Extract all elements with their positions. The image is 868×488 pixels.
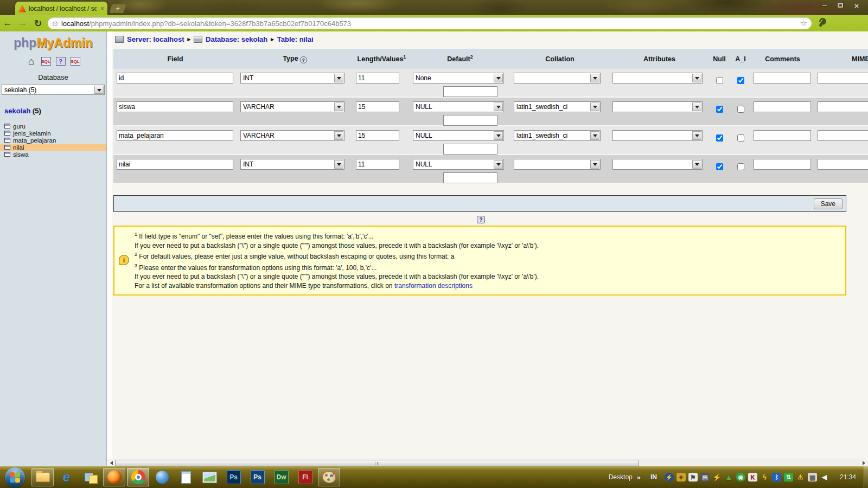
taskbar-flash[interactable]: Fl [294, 468, 316, 486]
forward-button[interactable]: → [15, 18, 30, 29]
footnote-help-icon[interactable]: ? [477, 216, 485, 223]
taskbar-notepad[interactable] [175, 468, 197, 486]
dropdown-arrow-icon[interactable] [334, 131, 343, 140]
type-help-icon[interactable]: ? [300, 56, 307, 63]
dropdown-arrow-icon[interactable] [94, 86, 104, 94]
sidebar-table-guru[interactable]: guru [0, 123, 106, 130]
dropdown-arrow-icon[interactable] [334, 160, 343, 169]
mime-input[interactable] [818, 101, 868, 112]
close-button[interactable]: × [848, 0, 865, 11]
attributes-select[interactable] [612, 73, 703, 84]
network-warning-icon[interactable]: ⚠ [796, 473, 805, 481]
minimize-button[interactable] [816, 0, 832, 11]
mime-input[interactable] [818, 130, 868, 141]
taskbar-photoshop-2[interactable]: Ps [246, 468, 269, 486]
tab-close-icon[interactable]: × [100, 5, 104, 12]
attributes-select[interactable] [612, 101, 703, 112]
collation-select[interactable] [514, 159, 601, 170]
auto-increment-checkbox[interactable] [737, 163, 744, 170]
breadcrumb-table-link[interactable]: Table: nilai [277, 35, 314, 43]
taskbar-paint-app[interactable] [318, 468, 340, 486]
default-value-input[interactable] [443, 144, 497, 155]
horizontal-scrollbar[interactable] [107, 459, 868, 466]
clipboard-icon[interactable]: ▣ [808, 473, 817, 481]
dropdown-arrow-icon[interactable] [494, 131, 503, 140]
type-select[interactable]: INT [240, 159, 344, 170]
tuneup-icon[interactable]: ✦ [676, 473, 686, 481]
default-value-input[interactable] [443, 172, 497, 183]
restore-button[interactable] [832, 0, 848, 11]
length-input[interactable] [356, 159, 399, 170]
dropdown-arrow-icon[interactable] [692, 74, 701, 82]
amd-gaming-icon[interactable]: ⚡ [665, 473, 674, 481]
idm-icon[interactable]: ◉ [736, 473, 745, 481]
show-desktop-button[interactable] [864, 466, 868, 488]
new-tab-button[interactable]: + [109, 4, 126, 13]
dropdown-arrow-icon[interactable] [692, 102, 701, 111]
length-input[interactable] [356, 101, 399, 112]
breadcrumb-server-link[interactable]: Server: localhost [127, 35, 184, 43]
query-window-icon[interactable]: SQL [71, 57, 80, 66]
field-name-input[interactable] [117, 159, 233, 170]
nvidia-icon[interactable]: ▲ [724, 473, 733, 481]
collation-select[interactable]: latin1_swedish_ci [514, 130, 601, 141]
kaspersky-icon[interactable]: K [748, 473, 757, 481]
taskbar-dreamweaver[interactable]: Dw [270, 468, 292, 486]
settings-wrench-icon[interactable] [816, 17, 828, 29]
field-name-input[interactable] [117, 101, 233, 112]
dropdown-arrow-icon[interactable] [590, 131, 599, 140]
sidebar-table-mata-pelajaran[interactable]: mata_pelajaran [0, 137, 106, 144]
taskbar-internet-explorer[interactable]: e [55, 468, 78, 486]
taskbar-firefox[interactable] [103, 468, 125, 486]
comments-input[interactable] [754, 73, 811, 84]
dropdown-arrow-icon[interactable] [494, 102, 503, 111]
default-select[interactable]: NULL [413, 101, 504, 112]
docs-help-icon[interactable]: ? [56, 57, 66, 66]
sidebar-table-siswa[interactable]: siswa [0, 151, 106, 158]
database-select[interactable]: sekolah (5) [2, 85, 105, 95]
bluetooth-icon[interactable]: ᛒ [772, 473, 781, 481]
default-select[interactable]: None [413, 73, 504, 84]
sidebar-table-jenis-kelamin[interactable]: jenis_kelamin [0, 130, 106, 137]
taskbar-explorer[interactable] [31, 468, 54, 486]
type-select[interactable]: VARCHAR [240, 101, 344, 112]
boost-icon[interactable]: ϟ [760, 473, 769, 481]
taskbar-browser-globe[interactable] [151, 468, 173, 486]
transformation-descriptions-link[interactable]: transformation descriptions [394, 282, 473, 290]
length-input[interactable] [356, 130, 399, 141]
length-input[interactable] [356, 73, 399, 84]
home-icon[interactable]: ⌂ [27, 57, 36, 66]
null-checkbox[interactable] [716, 77, 723, 84]
url-bar[interactable]: ⊙ localhost /phpmyadmin/index.php?db=sek… [48, 17, 812, 29]
comments-input[interactable] [754, 130, 811, 141]
current-database-link[interactable]: sekolah (5) [4, 107, 106, 115]
auto-increment-checkbox[interactable] [737, 134, 744, 142]
attributes-select[interactable] [612, 130, 703, 141]
save-button[interactable]: Save [814, 198, 843, 209]
messenger-bolt-icon[interactable]: ⚡ [712, 473, 722, 481]
auto-increment-checkbox[interactable] [737, 106, 744, 113]
scroll-left-arrow[interactable] [107, 459, 116, 467]
default-select[interactable]: NULL [413, 159, 504, 170]
taskbar-chrome-active[interactable] [127, 468, 149, 486]
dropdown-arrow-icon[interactable] [494, 74, 503, 82]
toolbar-overflow-chevron[interactable]: » [637, 473, 641, 481]
dropdown-arrow-icon[interactable] [692, 160, 701, 169]
dropdown-arrow-icon[interactable] [590, 102, 599, 111]
dropdown-arrow-icon[interactable] [494, 160, 503, 169]
taskbar-clock[interactable]: 21:34 [840, 473, 856, 481]
default-value-input[interactable] [443, 115, 497, 126]
null-checkbox[interactable] [716, 134, 723, 142]
volume-icon[interactable]: ◀ [820, 473, 829, 481]
taskbar-photo-viewer[interactable] [199, 468, 221, 486]
attributes-select[interactable] [612, 159, 703, 170]
sidebar-table-nilai-selected[interactable]: nilai [0, 144, 106, 151]
sql-window-icon[interactable]: SQL [41, 57, 51, 66]
comments-input[interactable] [754, 159, 811, 170]
scroll-right-arrow[interactable] [860, 459, 868, 467]
null-checkbox[interactable] [716, 163, 723, 170]
collation-select[interactable] [514, 73, 601, 84]
null-checkbox[interactable] [716, 106, 723, 113]
default-select[interactable]: NULL [413, 130, 504, 141]
dropdown-arrow-icon[interactable] [590, 160, 599, 169]
